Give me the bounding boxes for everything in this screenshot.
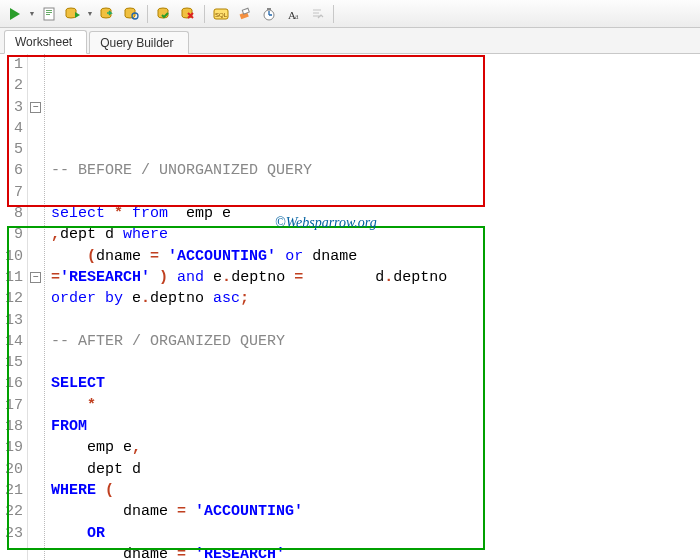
code-line[interactable]: dept d <box>51 459 700 480</box>
svg-marker-6 <box>75 12 80 18</box>
code-line[interactable]: -- BEFORE / UNORGANIZED QUERY <box>51 160 700 181</box>
fold-toggle-icon[interactable]: − <box>30 102 41 113</box>
line-number: 13 <box>0 310 23 331</box>
sql-badge-icon[interactable]: SQL <box>210 3 232 25</box>
toolbar-separator <box>204 5 205 23</box>
line-number: 7 <box>0 182 23 203</box>
toolbar: ▼ ▼ SQL Aa <box>0 0 700 28</box>
fold-toggle-icon[interactable]: − <box>30 272 41 283</box>
rollback-icon[interactable] <box>120 3 142 25</box>
line-gutter: 1234567891011121314151617181920212223 <box>0 54 28 560</box>
line-number: 3 <box>0 97 23 118</box>
code-line[interactable]: dname = 'RESEARCH' <box>51 544 700 560</box>
format-icon[interactable] <box>306 3 328 25</box>
line-number: 14 <box>0 331 23 352</box>
tab-query-builder[interactable]: Query Builder <box>89 31 188 54</box>
code-line[interactable]: ='RESEARCH' ) and e.deptno = d.deptno <box>51 267 700 288</box>
code-line[interactable]: WHERE ( <box>51 480 700 501</box>
line-number: 19 <box>0 437 23 458</box>
line-number: 8 <box>0 203 23 224</box>
toolbar-separator <box>333 5 334 23</box>
code-line[interactable]: dname = 'ACCOUNTING' <box>51 501 700 522</box>
code-line[interactable]: ,dept d where <box>51 224 700 245</box>
code-line[interactable]: (dname = 'ACCOUNTING' or dname <box>51 246 700 267</box>
code-line[interactable]: SELECT <box>51 373 700 394</box>
run-dropdown-icon[interactable]: ▼ <box>28 3 36 25</box>
code-line[interactable]: * <box>51 395 700 416</box>
run-icon[interactable] <box>4 3 26 25</box>
code-line[interactable] <box>51 352 700 373</box>
line-number: 1 <box>0 54 23 75</box>
code-line[interactable]: -- AFTER / ORGANIZED QUERY <box>51 331 700 352</box>
line-number: 16 <box>0 373 23 394</box>
tab-worksheet[interactable]: Worksheet <box>4 30 87 54</box>
eraser-icon[interactable] <box>234 3 256 25</box>
code-line[interactable]: select * from emp e <box>51 203 700 224</box>
code-area[interactable]: ©Websparrow.org -- BEFORE / UNORGANIZED … <box>45 54 700 560</box>
commit-icon[interactable] <box>96 3 118 25</box>
svg-rect-3 <box>46 12 52 13</box>
line-number: 10 <box>0 246 23 267</box>
line-number: 12 <box>0 288 23 309</box>
code-line[interactable]: order by e.deptno asc; <box>51 288 700 309</box>
db-run-dropdown-icon[interactable]: ▼ <box>86 3 94 25</box>
svg-text:a: a <box>295 12 299 21</box>
db-cancel-icon[interactable] <box>177 3 199 25</box>
timer-icon[interactable] <box>258 3 280 25</box>
code-line[interactable]: emp e, <box>51 437 700 458</box>
svg-rect-15 <box>242 8 249 14</box>
line-number: 20 <box>0 459 23 480</box>
svg-marker-0 <box>10 8 20 20</box>
line-number: 5 <box>0 139 23 160</box>
db-run-icon[interactable] <box>62 3 84 25</box>
script-icon[interactable] <box>38 3 60 25</box>
line-number: 15 <box>0 352 23 373</box>
line-number: 2 <box>0 75 23 96</box>
font-icon[interactable]: Aa <box>282 3 304 25</box>
line-number: 22 <box>0 501 23 522</box>
svg-text:SQL: SQL <box>215 12 228 18</box>
svg-rect-17 <box>267 8 271 10</box>
line-number: 4 <box>0 118 23 139</box>
line-number: 23 <box>0 523 23 544</box>
line-number: 17 <box>0 395 23 416</box>
svg-rect-2 <box>46 10 52 11</box>
code-line[interactable] <box>51 310 700 331</box>
fold-column: −− <box>28 54 44 560</box>
line-number: 18 <box>0 416 23 437</box>
line-number: 9 <box>0 224 23 245</box>
code-line[interactable]: OR <box>51 523 700 544</box>
svg-rect-4 <box>46 14 50 15</box>
tab-bar: Worksheet Query Builder <box>0 28 700 54</box>
line-number: 21 <box>0 480 23 501</box>
code-line[interactable]: FROM <box>51 416 700 437</box>
line-number: 11 <box>0 267 23 288</box>
sql-editor[interactable]: 1234567891011121314151617181920212223 −−… <box>0 54 700 560</box>
line-number: 6 <box>0 160 23 181</box>
db-check-icon[interactable] <box>153 3 175 25</box>
code-line[interactable] <box>51 182 700 203</box>
toolbar-separator <box>147 5 148 23</box>
